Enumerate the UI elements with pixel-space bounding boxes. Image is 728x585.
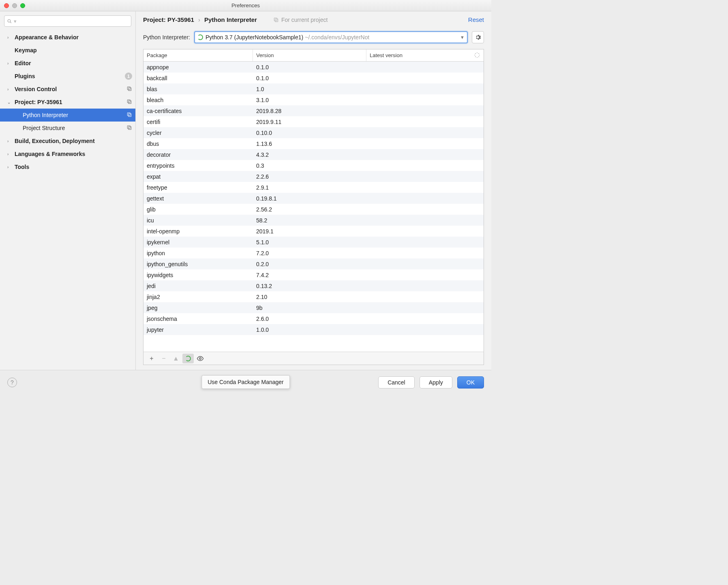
cell-version: 4.3.2: [253, 152, 366, 158]
breadcrumb-page: Python Interpreter: [204, 16, 257, 23]
sidebar-item-python-interpreter[interactable]: Python Interpreter: [0, 109, 135, 122]
sidebar-item-keymap[interactable]: Keymap: [0, 44, 135, 57]
table-row[interactable]: ipywidgets7.4.2: [143, 269, 484, 280]
cell-version: 2.6.0: [253, 316, 366, 322]
interpreter-dropdown[interactable]: Python 3.7 (JupyterNotebookSample1) ~/.c…: [194, 31, 468, 43]
dialog-button-bar: ? Use Conda Package Manager Cancel Apply…: [0, 370, 491, 394]
header-package[interactable]: Package: [143, 49, 253, 61]
for-current-project-label: For current project: [273, 17, 328, 23]
table-row[interactable]: appnope0.1.0: [143, 62, 484, 73]
cell-version: 2.56.2: [253, 206, 366, 213]
breadcrumb-separator: ›: [198, 16, 200, 23]
svg-rect-3: [127, 87, 130, 90]
sidebar-item-languages-frameworks[interactable]: ›Languages & Frameworks: [0, 147, 135, 160]
cell-package: jupyter: [143, 327, 253, 333]
sidebar-item-label: Plugins: [15, 73, 35, 79]
table-row[interactable]: jupyter1.0.0: [143, 324, 484, 335]
table-row[interactable]: blas1.0: [143, 83, 484, 94]
sidebar-item-appearance-behavior[interactable]: ›Appearance & Behavior: [0, 31, 135, 44]
sidebar-item-label: Project Structure: [23, 125, 65, 131]
cell-version: 2.10: [253, 294, 366, 300]
table-row[interactable]: glib2.56.2: [143, 204, 484, 215]
ok-button[interactable]: OK: [457, 376, 484, 389]
table-row[interactable]: bleach3.1.0: [143, 94, 484, 105]
conda-tooltip: Use Conda Package Manager: [201, 375, 290, 389]
sidebar-item-version-control[interactable]: ›Version Control: [0, 83, 135, 96]
table-row[interactable]: ipykernel5.1.0: [143, 237, 484, 248]
sidebar-item-project-structure[interactable]: Project Structure: [0, 122, 135, 135]
cell-version: 7.2.0: [253, 250, 366, 256]
sidebar-item-label: Languages & Frameworks: [15, 151, 85, 157]
interpreter-label: Python Interpreter:: [143, 34, 190, 41]
header-version[interactable]: Version: [253, 49, 366, 61]
interpreter-settings-button[interactable]: [472, 31, 484, 43]
loading-spinner-icon: [474, 52, 480, 58]
svg-rect-10: [275, 19, 278, 21]
svg-rect-7: [127, 113, 130, 115]
conda-icon: [197, 34, 203, 40]
cell-package: ipykernel: [143, 239, 253, 246]
table-row[interactable]: decorator4.3.2: [143, 149, 484, 160]
sidebar-nav: ›Appearance & BehaviorKeymap›EditorPlugi…: [0, 29, 135, 370]
table-header: Package Version Latest version: [143, 49, 484, 62]
header-latest[interactable]: Latest version: [366, 49, 484, 61]
table-row[interactable]: jinja22.10: [143, 291, 484, 302]
table-row[interactable]: cycler0.10.0: [143, 127, 484, 138]
table-row[interactable]: ca-certificates2019.8.28: [143, 105, 484, 116]
reset-link[interactable]: Reset: [468, 16, 484, 23]
remove-package-button[interactable]: −: [158, 354, 169, 363]
conda-manager-button[interactable]: [182, 354, 194, 363]
breadcrumb: Project: PY-35961 › Python Interpreter: [143, 16, 257, 23]
apply-button[interactable]: Apply: [420, 376, 452, 389]
table-row[interactable]: freetype2.9.1: [143, 182, 484, 193]
table-row[interactable]: gettext0.19.8.1: [143, 193, 484, 204]
window-titlebar: Preferences: [0, 0, 491, 11]
table-row[interactable]: entrypoints0.3: [143, 160, 484, 171]
interpreter-path: ~/.conda/envs/JupyterNot: [305, 34, 369, 41]
cell-package: ca-certificates: [143, 108, 253, 114]
sidebar-item-label: Appearance & Behavior: [15, 34, 79, 41]
svg-point-0: [8, 19, 11, 22]
window-title: Preferences: [0, 2, 491, 9]
sidebar-item-editor[interactable]: ›Editor: [0, 57, 135, 70]
table-row[interactable]: jedi0.13.2: [143, 280, 484, 291]
cell-package: decorator: [143, 152, 253, 158]
badge: 1: [125, 73, 132, 80]
cell-version: 1.0: [253, 86, 366, 92]
gear-icon: [475, 34, 481, 41]
table-row[interactable]: intel-openmp2019.1: [143, 226, 484, 237]
cell-package: icu: [143, 217, 253, 224]
add-package-button[interactable]: +: [146, 354, 157, 363]
table-row[interactable]: ipython_genutils0.2.0: [143, 258, 484, 269]
cell-version: 0.10.0: [253, 130, 366, 136]
sidebar-item-label: Version Control: [15, 86, 57, 92]
svg-line-17: [478, 56, 479, 57]
cell-package: ipywidgets: [143, 272, 253, 278]
sidebar-search-input[interactable]: ▾: [4, 15, 131, 27]
cancel-button[interactable]: Cancel: [378, 376, 415, 389]
table-row[interactable]: certifi2019.9.11: [143, 116, 484, 127]
cell-package: jinja2: [143, 294, 253, 300]
breadcrumb-project: Project: PY-35961: [143, 16, 194, 23]
table-row[interactable]: expat2.2.6: [143, 171, 484, 182]
cell-version: 0.1.0: [253, 75, 366, 81]
sidebar-item-label: Keymap: [15, 47, 36, 53]
upgrade-package-button[interactable]: ▲: [170, 354, 182, 363]
table-row[interactable]: jpeg9b: [143, 302, 484, 313]
table-row[interactable]: icu58.2: [143, 215, 484, 226]
table-row[interactable]: backcall0.1.0: [143, 73, 484, 83]
table-row[interactable]: jsonschema2.6.0: [143, 313, 484, 324]
sidebar-item-project-py-35961[interactable]: ⌄Project: PY-35961: [0, 96, 135, 109]
table-row[interactable]: ipython7.2.0: [143, 248, 484, 258]
copy-icon: [126, 125, 132, 132]
help-button[interactable]: ?: [7, 378, 17, 387]
show-early-releases-button[interactable]: [195, 354, 206, 363]
svg-rect-2: [128, 88, 131, 90]
search-icon: [7, 19, 12, 24]
cell-package: appnope: [143, 64, 253, 70]
sidebar-item-plugins[interactable]: Plugins1: [0, 70, 135, 83]
cell-version: 2.2.6: [253, 173, 366, 180]
table-row[interactable]: dbus1.13.6: [143, 138, 484, 149]
sidebar-item-build-execution-deployment[interactable]: ›Build, Execution, Deployment: [0, 135, 135, 147]
sidebar-item-tools[interactable]: ›Tools: [0, 160, 135, 173]
